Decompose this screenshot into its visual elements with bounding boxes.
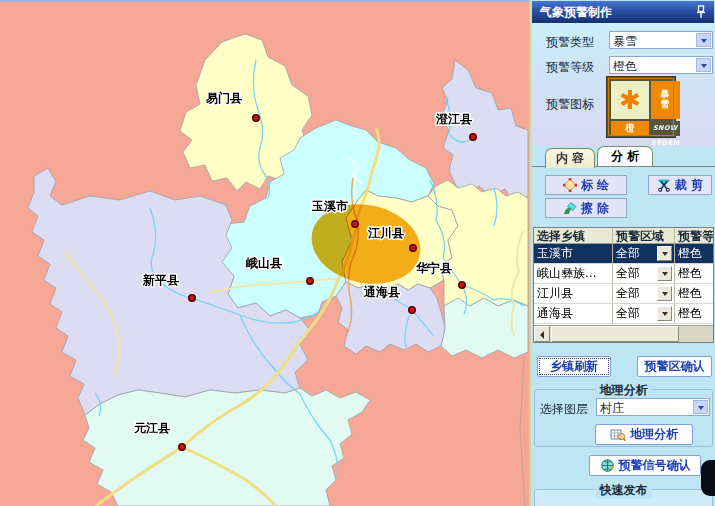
warning-type-label: 预警类型 [546, 34, 594, 51]
area-dropdown-button[interactable] [657, 306, 672, 321]
county-label-yimen: 易门县 [205, 91, 242, 105]
warning-level-char: 橙 [611, 121, 649, 136]
snowflake-icon: ✱ [611, 81, 649, 119]
warning-level-select[interactable]: 橙色 [609, 56, 713, 74]
chevron-down-icon [693, 400, 708, 414]
dock-drag-handle[interactable] [701, 460, 715, 496]
panel-title: 气象预警制作 [540, 5, 612, 19]
city-marker [410, 245, 416, 251]
warning-type-value: 暴雪 [613, 34, 637, 48]
scroll-left-icon[interactable] [534, 326, 550, 342]
geo-analysis-group: 地理分析 选择图层 村庄 地理分析 [534, 389, 713, 447]
city-marker [189, 295, 195, 301]
layer-select[interactable]: 村庄 [596, 398, 710, 416]
window-top-edge [0, 0, 529, 2]
quick-publish-group: 快速发布 [534, 489, 713, 506]
map-canvas[interactable]: 易门县 澄江县 玉溪市 江川县 华宁县 峨山县 新平县 通海县 元江县 [0, 0, 529, 506]
snow-storm-warning-icon: ✱ 暴 雪 橙 SNOW STORM [606, 76, 676, 138]
warning-level-value: 橙色 [613, 59, 637, 73]
map-svg: 易门县 澄江县 玉溪市 江川县 华宁县 峨山县 新平县 通海县 元江县 [0, 0, 529, 506]
township-table: 选择乡镇 预警区域 预警等级 玉溪市 全部 橙色 峨山彝族... 全部 橙色 江… [533, 227, 714, 343]
geo-analysis-button[interactable]: 地理分析 [595, 424, 693, 445]
city-marker [352, 221, 358, 227]
warning-caption: SNOW STORM [651, 121, 680, 136]
table-row[interactable]: 通海县 全部 橙色 [534, 304, 713, 324]
city-marker [470, 134, 476, 140]
globe-icon [600, 458, 615, 473]
county-label-eshan: 峨山县 [245, 256, 282, 270]
city-marker [307, 278, 313, 284]
city-marker [179, 444, 185, 450]
warning-maker-panel: 气象预警制作 预警类型 暴雪 预警等级 橙色 预警图标 ✱ 暴 [529, 0, 715, 506]
city-marker [459, 282, 465, 288]
pin-icon[interactable] [696, 5, 706, 19]
panel-titlebar: 气象预警制作 [532, 1, 714, 23]
county-label-yuanjiang: 元江县 [133, 421, 170, 435]
warning-form-section: 预警类型 暴雪 预警等级 橙色 预警图标 ✱ 暴 雪 橙 SNOW STORM [532, 23, 715, 146]
warning-level-label: 预警等级 [546, 59, 594, 76]
table-header: 选择乡镇 预警区域 预警等级 [534, 228, 713, 244]
city-marker [253, 115, 259, 121]
column-header-level: 预警等级 [675, 228, 713, 243]
table-row[interactable]: 江川县 全部 橙色 [534, 284, 713, 304]
layer-select-label: 选择图层 [540, 401, 588, 418]
column-header-town: 选择乡镇 [534, 228, 613, 243]
county-label-jiangchuan: 江川县 [367, 226, 404, 240]
refresh-townships-button[interactable]: 乡镇刷新 [537, 356, 611, 377]
city-marker [409, 307, 415, 313]
chevron-down-icon [696, 58, 711, 72]
table-row[interactable]: 玉溪市 全部 橙色 [534, 244, 713, 264]
crop-icon [657, 178, 671, 192]
geo-analysis-group-title: 地理分析 [596, 382, 652, 399]
column-header-area: 预警区域 [613, 228, 675, 243]
warning-type-select[interactable]: 暴雪 [609, 31, 713, 49]
county-region-south-mint[interactable] [441, 298, 528, 358]
area-dropdown-button[interactable] [657, 266, 672, 281]
horizontal-scrollbar[interactable] [534, 325, 713, 342]
table-row[interactable]: 峨山彝族... 全部 橙色 [534, 264, 713, 284]
erase-icon [563, 201, 577, 215]
tab-analysis[interactable]: 分 析 [597, 146, 653, 166]
layer-value: 村庄 [600, 401, 624, 415]
plot-button[interactable]: 标 绘 [545, 175, 627, 195]
quick-publish-group-title: 快速发布 [596, 482, 652, 499]
geo-analysis-icon [610, 428, 626, 442]
warning-name-chars: 暴 雪 [651, 81, 680, 119]
county-label-huaning: 华宁县 [415, 261, 452, 275]
county-label-tonghai: 通海县 [363, 285, 400, 299]
tab-content[interactable]: 内 容 [545, 148, 595, 168]
area-dropdown-button[interactable] [657, 286, 672, 301]
warning-icon-label: 预警图标 [546, 96, 594, 113]
county-region-yuanjiang[interactable] [83, 388, 370, 506]
chevron-down-icon [696, 33, 711, 47]
plot-icon [563, 178, 577, 192]
county-label-xinping: 新平县 [142, 273, 179, 287]
crop-button[interactable]: 裁 剪 [648, 175, 712, 195]
area-dropdown-button[interactable] [657, 246, 672, 261]
county-label-chengjiang: 澄江县 [435, 112, 472, 126]
county-label-yuxi: 玉溪市 [311, 199, 348, 213]
app-window: 易门县 澄江县 玉溪市 江川县 华宁县 峨山县 新平县 通海县 元江县 气象预警… [0, 0, 715, 506]
confirm-warning-signal-button[interactable]: 预警信号确认 [589, 455, 701, 476]
scrollbar-thumb[interactable] [551, 326, 679, 342]
confirm-warning-area-button[interactable]: 预警区确认 [637, 356, 712, 377]
erase-button[interactable]: 擦 除 [545, 198, 627, 218]
